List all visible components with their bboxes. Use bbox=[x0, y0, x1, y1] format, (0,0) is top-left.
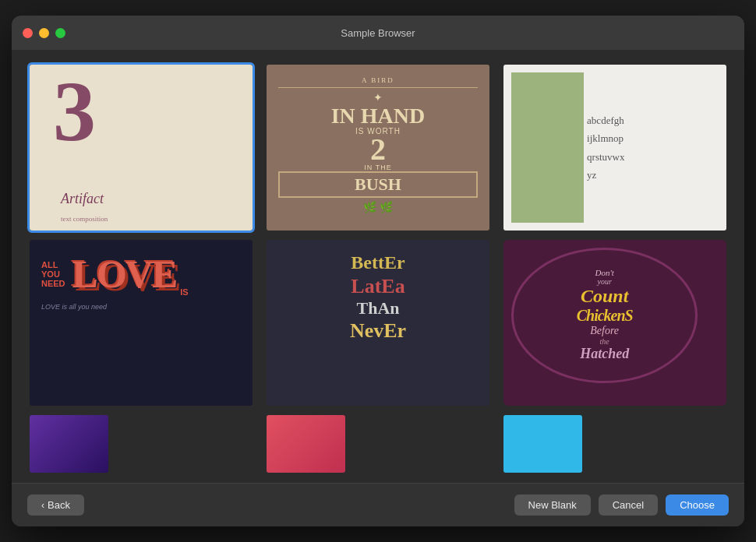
thumb-4-is: IS bbox=[180, 287, 188, 297]
cancel-button[interactable]: Cancel bbox=[599, 494, 658, 516]
thumb-4-allyouneed: ALL YOU NEED bbox=[41, 260, 65, 288]
thumb-2-bush: BUSH bbox=[278, 171, 478, 198]
thumb-4-subtitle: LOVE is all you need bbox=[41, 303, 241, 311]
thumbnail-9[interactable] bbox=[501, 413, 585, 475]
choose-button[interactable]: Choose bbox=[666, 494, 729, 516]
bottom-bar: ‹ Back New Blank Cancel Choose bbox=[12, 483, 744, 526]
thumbnail-7[interactable] bbox=[27, 413, 111, 475]
chevron-left-icon: ‹ bbox=[41, 500, 44, 511]
thumb-4-love: LOVE bbox=[72, 252, 177, 297]
fullscreen-button[interactable] bbox=[55, 28, 65, 38]
thumb-5-text: BettEr LatEa ThAn NevEr bbox=[278, 252, 478, 343]
thumb-6-inner: Don't your Count ChickenS Before the Hat… bbox=[511, 248, 698, 383]
close-button[interactable] bbox=[23, 28, 33, 38]
thumb-1-number: 3 bbox=[53, 69, 96, 154]
back-button[interactable]: ‹ Back bbox=[27, 494, 84, 516]
title-bar: Sample Browser bbox=[12, 16, 744, 50]
thumb-2-cross: ✦ bbox=[278, 91, 478, 104]
thumb-3-calligraphy: abcdefgh ijklmnop qrstuvwx yz bbox=[587, 72, 719, 223]
thumb-2-in-the: IN THE bbox=[278, 164, 478, 171]
thumb-3-accent bbox=[511, 72, 584, 223]
bottom-bar-left: ‹ Back bbox=[27, 494, 507, 516]
thumb-2-two: 2 bbox=[278, 136, 478, 164]
thumbnail-5[interactable]: BettEr LatEa ThAn NevEr bbox=[264, 238, 492, 408]
thumb-1-subtext: text composition bbox=[61, 215, 108, 223]
thumbnail-2[interactable]: A BIRD ✦ IN HAND IS WORTH 2 IN THE BUSH … bbox=[264, 62, 492, 233]
traffic-lights bbox=[23, 28, 65, 38]
thumb-6-text: Don't your Count ChickenS Before the Hat… bbox=[577, 268, 633, 362]
window-title: Sample Browser bbox=[341, 27, 415, 39]
thumbnail-3[interactable]: abcdefgh ijklmnop qrstuvwx yz bbox=[501, 62, 729, 233]
bottom-bar-right: New Blank Cancel Choose bbox=[514, 494, 729, 516]
new-blank-button[interactable]: New Blank bbox=[514, 494, 591, 516]
thumbnail-8[interactable] bbox=[264, 413, 348, 475]
thumbnail-4[interactable]: ALL YOU NEED LOVE IS LOVE is all you nee… bbox=[27, 238, 255, 408]
thumbnail-6[interactable]: Don't your Count ChickenS Before the Hat… bbox=[501, 238, 729, 408]
thumb-2-in-hand: IN HAND bbox=[278, 105, 478, 127]
thumbnail-grid: 3 Artifact text composition A BIRD ✦ IN … bbox=[12, 50, 744, 483]
thumb-1-text: Artifact bbox=[61, 191, 104, 207]
thumb-2-leaves: 🌿 🌿 bbox=[278, 201, 478, 213]
thumb-2-top: A BIRD bbox=[278, 76, 478, 88]
sample-browser-window: Sample Browser 3 Artifact text compositi… bbox=[12, 16, 744, 526]
thumbnail-1[interactable]: 3 Artifact text composition bbox=[27, 62, 255, 233]
minimize-button[interactable] bbox=[39, 28, 49, 38]
